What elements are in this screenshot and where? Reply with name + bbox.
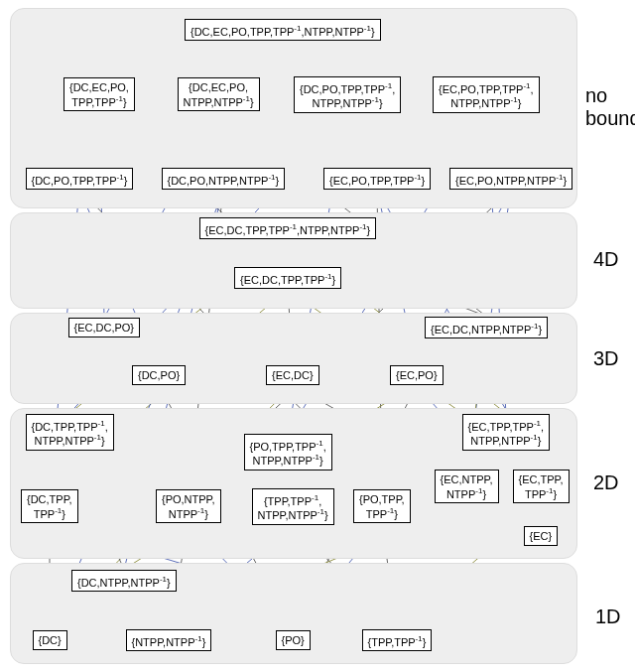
node-r9b: {NTPP,NTPP-1} <box>126 629 212 652</box>
node-r6b: {PO,TPP,TPP-1,NTPP,NTPP-1} <box>244 434 332 470</box>
node-r1b: {DC,EC,PO,NTPP,NTPP-1} <box>178 77 260 112</box>
node-r1c: {DC,PO,TPP,TPP-1,NTPP,NTPP-1} <box>294 76 401 113</box>
node-r7f: {EC,TPP,TPP-1} <box>513 470 570 504</box>
node-r5b: {EC,DC} <box>266 365 319 385</box>
node-r2a: {DC,PO,TPP,TPP-1} <box>26 168 134 191</box>
band-label-b1: 4D <box>593 248 619 271</box>
node-r1a: {DC,EC,PO,TPP,TPP-1} <box>64 77 135 112</box>
band-label-b4: 1D <box>595 605 621 628</box>
node-r7g: {EC} <box>524 526 559 546</box>
node-r7e: {EC,NTPP,NTPP-1} <box>435 470 499 504</box>
band-label-b0: no bound <box>585 84 635 130</box>
node-r6c: {EC,TPP,TPP-1,NTPP,NTPP-1} <box>462 414 551 451</box>
node-n_top: {DC,EC,PO,TPP,TPP-1,NTPP,NTPP-1} <box>185 19 381 42</box>
diagram-stage: no bound4D3D2D1D{DC,EC,PO,TPP,TPP-1,NTPP… <box>0 0 635 672</box>
node-r6a: {DC,TPP,TPP-1,NTPP,NTPP-1} <box>26 414 114 451</box>
node-r9c: {PO} <box>276 630 311 650</box>
band-label-b3: 2D <box>593 471 619 494</box>
band-label-b2: 3D <box>593 347 619 370</box>
node-r7d: {PO,TPP,TPP-1} <box>353 489 411 524</box>
node-r2b: {DC,PO,NTPP,NTPP-1} <box>162 168 286 191</box>
node-r5c: {EC,PO} <box>390 365 444 385</box>
node-r5a: {DC,PO} <box>132 365 186 385</box>
node-r9d: {TPP,TPP-1} <box>362 629 433 652</box>
node-r9a: {DC} <box>33 630 67 650</box>
node-r2c: {EC,PO,TPP,TPP-1} <box>323 168 431 191</box>
node-r4b: {EC,DC,NTPP,NTPP-1} <box>425 317 548 339</box>
node-r3b: {EC,DC,TPP,TPP-1} <box>234 267 341 290</box>
node-r2d: {EC,PO,NTPP,NTPP-1} <box>449 168 572 191</box>
node-r7a: {DC,TPP,TPP-1} <box>21 489 78 524</box>
node-r7c: {TPP,TPP-1,NTPP,NTPP-1} <box>252 488 334 525</box>
node-r8a: {DC,NTPP,NTPP-1} <box>71 570 177 593</box>
node-r3a: {EC,DC,TPP,TPP-1,NTPP,NTPP-1} <box>199 217 377 240</box>
node-r4a: {EC,DC,PO} <box>68 318 141 337</box>
node-r7b: {PO,NTPP,NTPP-1} <box>156 489 221 524</box>
node-r1d: {EC,PO,TPP,TPP-1,NTPP,NTPP-1} <box>433 76 540 113</box>
